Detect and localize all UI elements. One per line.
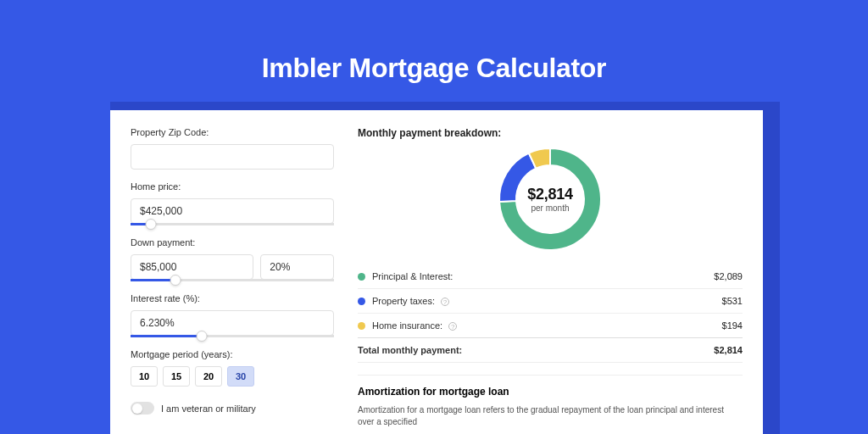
info-icon[interactable]: ? bbox=[448, 322, 457, 331]
legend-value: $2,089 bbox=[714, 271, 743, 281]
legend-total-label: Total monthly payment: bbox=[358, 345, 462, 355]
interest-rate-slider[interactable] bbox=[131, 335, 334, 337]
zip-field-group: Property Zip Code: bbox=[131, 127, 334, 170]
veteran-toggle[interactable] bbox=[131, 402, 154, 415]
down-payment-pct-input[interactable] bbox=[260, 254, 334, 280]
mortgage-period-group: Mortgage period (years): 10152030 bbox=[131, 349, 334, 387]
calculator-card: Property Zip Code: Home price: Down paym… bbox=[110, 110, 763, 434]
down-payment-input[interactable] bbox=[131, 254, 253, 280]
home-price-input[interactable] bbox=[131, 198, 334, 224]
breakdown-title: Monthly payment breakdown: bbox=[358, 127, 743, 139]
interest-rate-group: Interest rate (%): bbox=[131, 293, 334, 337]
slider-thumb[interactable] bbox=[146, 219, 157, 230]
slider-thumb[interactable] bbox=[197, 331, 208, 342]
info-icon[interactable]: ? bbox=[441, 298, 449, 306]
amortization-section: Amortization for mortgage loan Amortizat… bbox=[358, 375, 743, 428]
breakdown-column: Monthly payment breakdown: $2,814 per mo… bbox=[358, 127, 743, 417]
legend-label: Home insurance: ? bbox=[372, 320, 457, 331]
legend-dot bbox=[358, 273, 365, 281]
slider-thumb[interactable] bbox=[170, 275, 181, 286]
interest-rate-input[interactable] bbox=[131, 310, 334, 336]
home-price-label: Home price: bbox=[131, 181, 334, 192]
period-button-20[interactable]: 20 bbox=[195, 366, 222, 387]
zip-label: Property Zip Code: bbox=[131, 127, 334, 137]
legend: Principal & Interest:$2,089Property taxe… bbox=[358, 264, 743, 337]
legend-row: Property taxes: ?$531 bbox=[358, 289, 743, 314]
legend-label: Property taxes: ? bbox=[372, 296, 449, 306]
period-button-10[interactable]: 10 bbox=[131, 366, 158, 387]
interest-rate-label: Interest rate (%): bbox=[131, 293, 334, 303]
veteran-label: I am veteran or military bbox=[161, 403, 256, 414]
down-payment-group: Down payment: bbox=[131, 237, 334, 281]
amortization-text: Amortization for a mortgage loan refers … bbox=[358, 404, 743, 428]
legend-value: $531 bbox=[722, 296, 743, 306]
legend-row: Principal & Interest:$2,089 bbox=[358, 264, 743, 289]
donut-amount: $2,814 bbox=[527, 186, 572, 203]
mortgage-period-label: Mortgage period (years): bbox=[131, 349, 334, 359]
page-title: Imbler Mortgage Calculator bbox=[0, 0, 868, 84]
home-price-slider[interactable] bbox=[131, 223, 334, 225]
down-payment-label: Down payment: bbox=[131, 237, 334, 248]
period-button-30[interactable]: 30 bbox=[227, 366, 254, 387]
legend-label: Principal & Interest: bbox=[372, 271, 453, 281]
donut-sub: per month bbox=[527, 203, 572, 213]
legend-total-value: $2,814 bbox=[714, 345, 743, 355]
amortization-title: Amortization for mortgage loan bbox=[358, 386, 743, 398]
legend-dot bbox=[358, 322, 365, 330]
legend-row: Home insurance: ?$194 bbox=[358, 314, 743, 337]
zip-input[interactable] bbox=[131, 144, 334, 170]
down-payment-slider[interactable] bbox=[131, 279, 334, 281]
legend-total-row: Total monthly payment: $2,814 bbox=[358, 337, 743, 363]
legend-value: $194 bbox=[722, 320, 743, 331]
veteran-toggle-row: I am veteran or military bbox=[131, 402, 334, 415]
legend-dot bbox=[358, 298, 365, 305]
home-price-group: Home price: bbox=[131, 181, 334, 225]
donut-chart: $2,814 per month bbox=[358, 146, 743, 253]
form-column: Property Zip Code: Home price: Down paym… bbox=[131, 127, 334, 417]
period-button-15[interactable]: 15 bbox=[163, 366, 190, 387]
donut-center: $2,814 per month bbox=[527, 186, 572, 213]
